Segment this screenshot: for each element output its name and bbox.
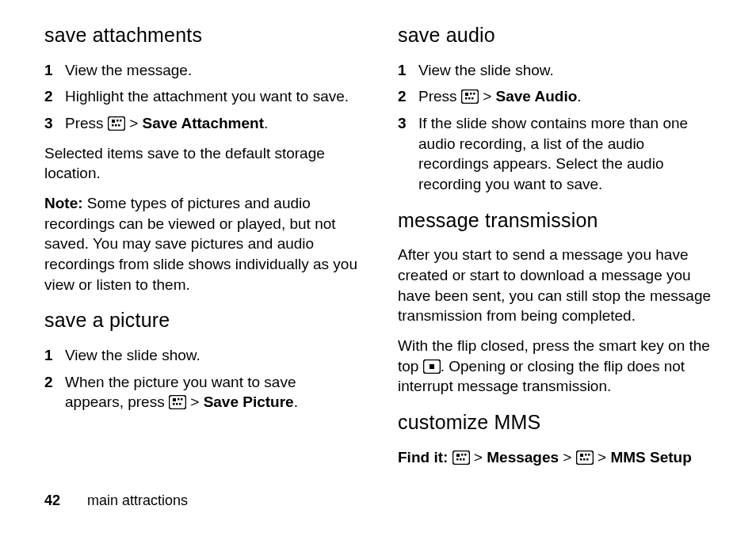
smart-key-icon — [423, 359, 441, 374]
menu-path: Messages — [487, 449, 559, 466]
left-column: save attachments 1 View the message. 2 H… — [44, 22, 358, 491]
menu-key-icon — [452, 450, 470, 465]
list-item: 2 When the picture you want to save appe… — [44, 372, 358, 412]
step-number: 1 — [44, 345, 65, 366]
step-number: 2 — [398, 86, 418, 107]
step-text: Press > Save Audio. — [418, 86, 582, 107]
step-text: View the slide show. — [65, 345, 200, 366]
list-item: 2 Press > Save Audio. — [398, 86, 712, 107]
menu-path: MMS Setup — [610, 449, 691, 466]
list-item: 1 View the slide show. — [44, 345, 358, 366]
list-item: 1 View the slide show. — [398, 60, 712, 81]
step-text: Highlight the attachment you want to sav… — [65, 86, 349, 107]
page-number: 42 — [44, 492, 60, 508]
text-fragment: Press — [418, 88, 461, 105]
text-fragment: . Opening or closing the flip does not i… — [398, 358, 685, 395]
list-item: 1 View the message. — [44, 60, 358, 81]
list-item: 3 Press > Save Attachment. — [44, 113, 358, 134]
list-item: 2 Highlight the attachment you want to s… — [44, 86, 358, 107]
step-text: When the picture you want to save appear… — [65, 372, 358, 412]
list-item: 3 If the slide show contains more than o… — [398, 113, 712, 195]
heading-save-picture: save a picture — [44, 307, 358, 334]
menu-key-icon — [169, 395, 186, 409]
text-fragment: > — [479, 88, 496, 105]
steps-save-attachments: 1 View the message. 2 Highlight the atta… — [44, 60, 358, 134]
menu-key-icon — [576, 450, 594, 465]
text-fragment: > — [470, 449, 487, 466]
menu-key-icon — [461, 89, 479, 104]
find-it-label: Find it: — [398, 449, 448, 466]
heading-save-audio: save audio — [398, 22, 712, 49]
note-label: Note: — [44, 195, 83, 211]
menu-key-icon — [108, 116, 125, 131]
note-paragraph: Note: Some types of pictures and audio r… — [44, 193, 358, 295]
menu-path: Save Audio — [496, 88, 578, 105]
step-number: 3 — [398, 113, 418, 195]
text-fragment: . — [577, 88, 581, 105]
heading-customize-mms: customize MMS — [398, 409, 712, 436]
step-number: 1 — [398, 60, 418, 81]
heading-message-transmission: message transmission — [398, 207, 712, 234]
note-text: Some types of pictures and audio recordi… — [44, 195, 357, 293]
page-footer: 42main attractions — [0, 491, 756, 510]
text-fragment: > — [559, 449, 576, 466]
step-number: 2 — [44, 86, 65, 107]
text-fragment: > — [125, 115, 143, 131]
text-fragment: . — [264, 115, 268, 131]
step-text: View the message. — [65, 60, 192, 81]
text-fragment: Press — [65, 115, 108, 131]
paragraph: Selected items save to the default stora… — [44, 143, 358, 184]
menu-path: Save Picture — [204, 393, 294, 410]
text-fragment: > — [594, 449, 611, 466]
step-number: 3 — [44, 113, 65, 134]
step-text: If the slide show contains more than one… — [418, 113, 712, 195]
paragraph: After you start to send a message you ha… — [398, 245, 712, 326]
menu-path: Save Attachment — [143, 115, 264, 131]
step-number: 1 — [44, 60, 65, 81]
section-name: main attractions — [87, 492, 188, 508]
steps-save-picture: 1 View the slide show. 2 When the pictur… — [44, 345, 358, 412]
find-it-line: Find it: > Messages > > MMS Setup — [398, 447, 712, 468]
step-text: View the slide show. — [418, 60, 554, 81]
text-fragment: > — [186, 393, 204, 410]
steps-save-audio: 1 View the slide show. 2 Press > Save Au… — [398, 60, 712, 195]
right-column: save audio 1 View the slide show. 2 Pres… — [398, 22, 712, 491]
paragraph: With the flip closed, press the smart ke… — [398, 336, 712, 397]
heading-save-attachments: save attachments — [44, 22, 358, 49]
step-text: Press > Save Attachment. — [65, 113, 268, 134]
text-fragment: . — [294, 393, 298, 410]
step-number: 2 — [44, 372, 65, 412]
page-content: save attachments 1 View the message. 2 H… — [0, 0, 756, 491]
